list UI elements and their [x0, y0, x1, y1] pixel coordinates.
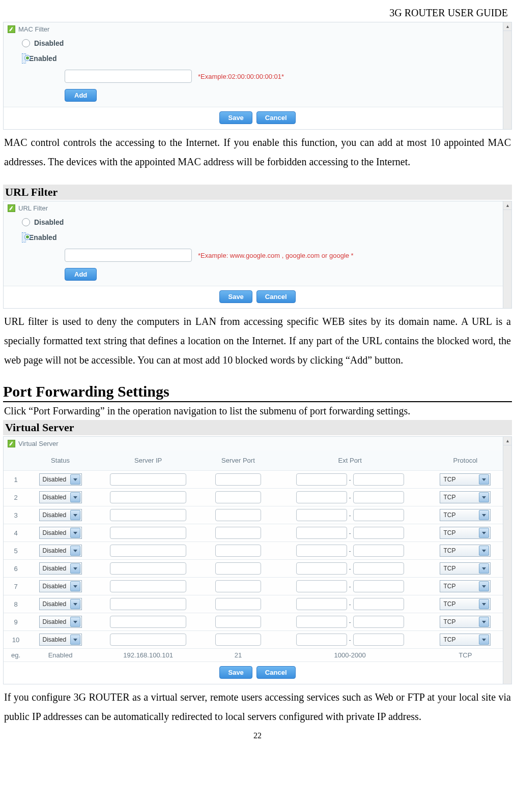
add-button[interactable]: Add	[65, 268, 97, 281]
cancel-button[interactable]: Cancel	[256, 111, 296, 124]
scrollbar[interactable]: ▴	[503, 201, 511, 308]
server-ip-input[interactable]	[110, 509, 186, 521]
ext-port-end-input[interactable]	[353, 473, 404, 486]
protocol-select[interactable]: TCP	[440, 527, 491, 539]
server-port-input[interactable]	[215, 634, 261, 646]
server-port-input[interactable]	[215, 598, 261, 610]
server-ip-input[interactable]	[110, 473, 186, 486]
save-button[interactable]: Save	[219, 666, 252, 679]
radio-enabled[interactable]: Enabled	[4, 229, 511, 246]
server-port-input[interactable]	[215, 545, 261, 557]
server-ip-input[interactable]	[110, 616, 186, 628]
mac-input[interactable]	[65, 70, 192, 83]
ext-port-end-input[interactable]	[353, 491, 404, 503]
ext-port-start-input[interactable]	[296, 527, 347, 539]
server-port-input[interactable]	[215, 509, 261, 521]
range-sep: -	[349, 547, 351, 555]
server-port-input[interactable]	[215, 491, 261, 503]
radio-label: Enabled	[29, 54, 56, 63]
ext-port-end-input[interactable]	[353, 580, 404, 592]
server-port-input[interactable]	[215, 580, 261, 592]
url-input[interactable]	[65, 249, 192, 262]
range-sep: -	[349, 476, 351, 484]
server-port-input[interactable]	[215, 473, 261, 486]
protocol-select[interactable]: TCP	[440, 616, 491, 628]
cancel-button[interactable]: Cancel	[256, 290, 296, 303]
ext-port-start-input[interactable]	[296, 545, 347, 557]
status-select[interactable]: Disabled	[39, 491, 82, 503]
add-button[interactable]: Add	[65, 89, 97, 102]
port-forwarding-intro: Click “Port Forwarding” in the operation…	[4, 405, 511, 417]
protocol-select[interactable]: TCP	[440, 491, 491, 503]
ext-port-end-input[interactable]	[353, 616, 404, 628]
chevron-down-icon	[479, 492, 489, 502]
status-select[interactable]: Disabled	[39, 616, 82, 628]
status-select[interactable]: Disabled	[39, 580, 82, 592]
range-sep: -	[349, 494, 351, 501]
ext-port-end-input[interactable]	[353, 598, 404, 610]
scroll-up-icon[interactable]: ▴	[503, 22, 511, 31]
server-ip-input[interactable]	[110, 545, 186, 557]
save-button[interactable]: Save	[219, 290, 252, 303]
ext-port-end-input[interactable]	[353, 545, 404, 557]
ext-port-start-input[interactable]	[296, 473, 347, 486]
protocol-select[interactable]: TCP	[440, 545, 491, 557]
status-select[interactable]: Disabled	[39, 598, 82, 610]
panel-title: Virtual Server	[4, 437, 511, 450]
scrollbar[interactable]: ▴	[503, 437, 511, 684]
mac-filter-panel: ▴ MAC Filter Disabled Enabled *Example:0…	[3, 22, 512, 130]
protocol-select[interactable]: TCP	[440, 580, 491, 592]
protocol-select[interactable]: TCP	[440, 562, 491, 575]
status-select[interactable]: Disabled	[39, 509, 82, 521]
ext-port-start-input[interactable]	[296, 580, 347, 592]
protocol-select[interactable]: TCP	[440, 634, 491, 646]
protocol-select[interactable]: TCP	[440, 509, 491, 521]
status-select[interactable]: Disabled	[39, 562, 82, 575]
protocol-select[interactable]: TCP	[440, 473, 491, 486]
radio-enabled[interactable]: Enabled	[4, 50, 511, 67]
scroll-up-icon[interactable]: ▴	[503, 437, 511, 445]
server-ip-input[interactable]	[110, 598, 186, 610]
col-ext-port: Ext Port	[273, 450, 427, 471]
radio-disabled[interactable]: Disabled	[4, 36, 511, 50]
ext-port-start-input[interactable]	[296, 491, 347, 503]
protocol-select[interactable]: TCP	[440, 598, 491, 610]
server-ip-input[interactable]	[110, 634, 186, 646]
chevron-down-icon	[70, 474, 80, 485]
server-ip-input[interactable]	[110, 527, 186, 539]
ext-port-start-input[interactable]	[296, 598, 347, 610]
virtual-server-table: Status Server IP Server Port Ext Port Pr…	[4, 450, 503, 661]
table-row: 7Disabled-TCP	[4, 578, 503, 595]
cancel-button[interactable]: Cancel	[256, 666, 296, 679]
server-port-input[interactable]	[215, 616, 261, 628]
server-ip-input[interactable]	[110, 491, 186, 503]
server-ip-input[interactable]	[110, 580, 186, 592]
status-select[interactable]: Disabled	[39, 527, 82, 539]
chevron-down-icon	[70, 617, 80, 627]
status-select[interactable]: Disabled	[39, 545, 82, 557]
table-row: 6Disabled-TCP	[4, 560, 503, 578]
radio-disabled[interactable]: Disabled	[4, 215, 511, 229]
server-ip-input[interactable]	[110, 562, 186, 575]
row-index: 2	[4, 489, 28, 506]
status-select[interactable]: Disabled	[39, 473, 82, 486]
scroll-up-icon[interactable]: ▴	[503, 201, 511, 210]
ext-port-start-input[interactable]	[296, 509, 347, 521]
ext-port-start-input[interactable]	[296, 562, 347, 575]
chevron-down-icon	[479, 617, 489, 627]
save-button[interactable]: Save	[219, 111, 252, 124]
ext-port-start-input[interactable]	[296, 616, 347, 628]
status-select[interactable]: Disabled	[39, 634, 82, 646]
server-port-input[interactable]	[215, 527, 261, 539]
radio-label: Disabled	[34, 39, 64, 47]
server-port-input[interactable]	[215, 562, 261, 575]
ext-port-end-input[interactable]	[353, 634, 404, 646]
ext-port-start-input[interactable]	[296, 634, 347, 646]
chevron-down-icon	[70, 492, 80, 502]
table-row: 4Disabled-TCP	[4, 524, 503, 542]
ext-port-end-input[interactable]	[353, 509, 404, 521]
ext-port-end-input[interactable]	[353, 562, 404, 575]
radio-selected-icon	[23, 232, 25, 243]
scrollbar[interactable]: ▴	[503, 22, 511, 129]
ext-port-end-input[interactable]	[353, 527, 404, 539]
